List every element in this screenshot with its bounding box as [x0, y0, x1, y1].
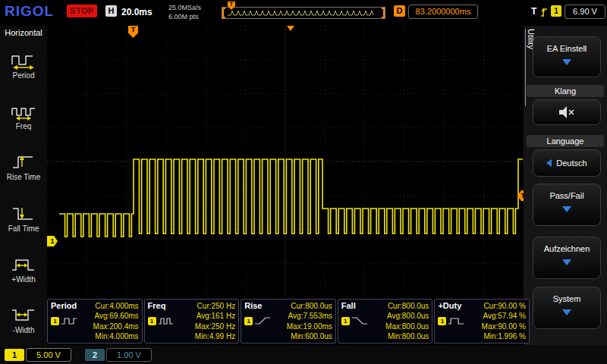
- submenu-arrow-icon: [562, 309, 571, 315]
- measurement-box-duty: +Duty 1 Cur:90.00 % Avg:57.94 % Max:90.0…: [434, 299, 530, 344]
- sidebar-item-pos-width[interactable]: +Width: [0, 243, 47, 294]
- channel-1-badge: 1: [341, 317, 350, 325]
- measurement-name: Period: [51, 301, 84, 310]
- trigger-label: T: [531, 6, 536, 17]
- graticule: [47, 26, 524, 297]
- sidebar-item-label: Freq: [16, 122, 32, 130]
- rigol-logo: RIGOL: [5, 3, 54, 20]
- channel-1-scale: 5.00 V: [26, 348, 71, 362]
- measurement-name: Fall: [341, 301, 375, 310]
- channel-1-badge: 1: [438, 317, 446, 325]
- language-label: Language: [527, 135, 604, 147]
- fall-time-icon: [10, 203, 37, 223]
- measurement-avg: Avg:57.94 %: [471, 311, 526, 321]
- memory-depth-value: 6.00M pts: [168, 12, 201, 21]
- measurement-cur: Cur:4.000ms: [84, 301, 139, 311]
- measurement-cur: Cur:90.00 %: [471, 301, 526, 311]
- sidebar-item-freq[interactable]: Freq: [0, 90, 47, 141]
- delay-center-marker-icon: [287, 26, 294, 31]
- horizontal-label-badge: H: [105, 5, 117, 17]
- rise-edge-icon: [254, 316, 271, 325]
- sidebar-item-label: +Width: [11, 275, 35, 284]
- trigger-level-value[interactable]: 6.90 V: [565, 5, 605, 19]
- language-button[interactable]: Deutsch: [533, 149, 601, 177]
- measurement-cur: Cur:800.0us: [375, 301, 429, 311]
- measurement-name: Freq: [148, 301, 181, 310]
- delay-value[interactable]: 83.2000000ms: [408, 5, 478, 19]
- measurement-avg: Avg:7.553ms: [278, 311, 332, 321]
- submenu-arrow-icon: [562, 59, 571, 65]
- pass-fail-button[interactable]: Pass/Fail: [533, 184, 601, 226]
- fall-edge-icon: [351, 316, 368, 325]
- measurement-min: Min:600.0us: [278, 331, 332, 341]
- measurement-box-freq: Freq 1 Cur:250 Hz Avg:161 Hz Max:250 Hz …: [144, 299, 240, 344]
- delay-label-badge: D: [394, 5, 405, 17]
- plus-width-icon: [10, 254, 37, 274]
- sample-rate-value: 25.0MSa/s: [168, 3, 201, 12]
- left-sidebar: Horizontal Period Freq Rise Tim: [0, 26, 47, 345]
- trigger-channel-badge: 1: [551, 5, 561, 17]
- measurement-avg: Avg:69.60ms: [84, 311, 139, 321]
- record-button[interactable]: Aufzeichnen: [533, 237, 601, 279]
- duty-pulse-icon: [448, 316, 464, 325]
- channel-2-scale: 1.00 V: [106, 348, 152, 362]
- sidebar-item-period[interactable]: Period: [0, 39, 47, 90]
- measurement-min: Min:4.000ms: [84, 331, 139, 341]
- measurement-min: Min:1.996 %: [471, 331, 526, 341]
- measurement-name: Rise: [244, 301, 278, 310]
- pass-fail-label: Pass/Fail: [533, 184, 600, 200]
- system-button[interactable]: System: [533, 287, 601, 329]
- measurement-box-fall: Fall 1 Cur:800.0us Avg:800.0us Max:800.0…: [338, 299, 433, 344]
- channel-1-readout[interactable]: 1 5.00 V: [5, 348, 71, 362]
- sidebar-item-rise-time[interactable]: Rise Time: [0, 141, 47, 192]
- sidebar-item-fall-time[interactable]: Fall Time: [0, 193, 47, 243]
- record-label: Aufzeichnen: [533, 237, 600, 253]
- sound-button[interactable]: [533, 99, 601, 125]
- channel-2-badge[interactable]: 2: [85, 349, 105, 361]
- acquisition-info: 25.0MSa/s 6.00M pts: [168, 3, 201, 21]
- channel-2-readout[interactable]: 2 1.00 V: [85, 348, 152, 362]
- sidebar-item-label: -Width: [13, 326, 35, 334]
- measurement-cur: Cur:800.0us: [278, 301, 332, 311]
- measurement-min: Min:4.99 Hz: [181, 331, 236, 341]
- speaker-muted-icon: [557, 105, 577, 120]
- timeline-bar[interactable]: T: [222, 7, 385, 19]
- sidebar-item-label: Period: [13, 71, 35, 80]
- waveform-display: T T 1: [47, 26, 524, 297]
- timeline-left-bracket-icon: [222, 8, 225, 18]
- sidebar-item-neg-width[interactable]: -Width: [0, 294, 47, 345]
- measurement-box-period: Period 1 Cur:4.000ms Avg:69.60ms Max:200…: [47, 299, 143, 344]
- sidebar-title: Horizontal: [0, 26, 47, 39]
- sound-label: Klang: [527, 85, 604, 97]
- submenu-arrow-icon: [562, 259, 571, 265]
- measurement-max: Max:800.0us: [375, 322, 429, 331]
- measurement-max: Max:250 Hz: [181, 322, 236, 331]
- io-settings-label: EA Einstell: [533, 37, 600, 53]
- channel-1-badge: 1: [51, 317, 59, 325]
- freq-icon: [10, 101, 37, 121]
- measurement-avg: Avg:161 Hz: [181, 311, 236, 321]
- channel-1-badge: 1: [244, 317, 253, 325]
- measurement-max: Max:90.00 %: [471, 322, 526, 331]
- rise-time-icon: [10, 152, 37, 171]
- graticule-grid: [47, 26, 524, 297]
- measurement-min: Min:800.0us: [375, 331, 429, 341]
- language-value: Deutsch: [556, 158, 587, 168]
- timeline-right-bracket-icon: [382, 8, 385, 18]
- trigger-slope-icon: [539, 5, 549, 20]
- measurement-name: +Duty: [438, 301, 471, 310]
- period-icon: [10, 50, 37, 70]
- sidebar-item-label: Fall Time: [8, 224, 39, 233]
- right-menu: Utility EA Einstell Klang Language Deuts…: [524, 26, 607, 345]
- channel-1-badge[interactable]: 1: [5, 349, 24, 361]
- measurement-cur: Cur:250 Hz: [181, 301, 236, 311]
- io-settings-button[interactable]: EA Einstell: [533, 36, 601, 77]
- timeline-wave: [228, 11, 373, 15]
- sidebar-item-label: Rise Time: [7, 173, 40, 181]
- channel-1-badge: 1: [148, 317, 156, 325]
- measurement-bar: Period 1 Cur:4.000ms Avg:69.60ms Max:200…: [47, 299, 530, 344]
- prev-option-arrow-icon: [546, 159, 552, 167]
- timebase-value[interactable]: 20.0ms: [121, 7, 153, 17]
- waveform-trace: [59, 159, 523, 237]
- submenu-arrow-icon: [562, 206, 571, 212]
